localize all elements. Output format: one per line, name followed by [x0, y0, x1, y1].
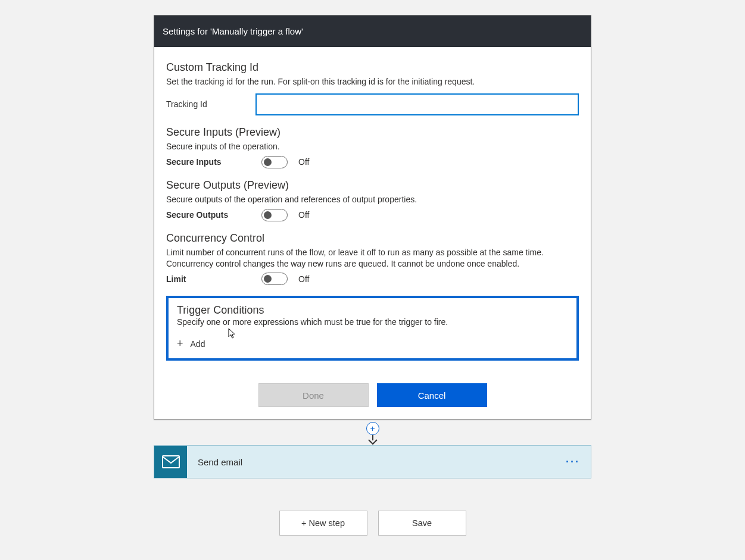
section-trigger-conditions: Trigger Conditions Specify one or more e…: [166, 296, 579, 361]
concurrency-limit-label: Limit: [166, 274, 261, 284]
settings-panel: Settings for 'Manually trigger a flow' C…: [154, 15, 591, 420]
section-secure-inputs: Secure Inputs (Preview) Secure inputs of…: [166, 126, 579, 168]
section-secure-outputs: Secure Outputs (Preview) Secure outputs …: [166, 179, 579, 221]
concurrency-limit-state: Off: [298, 274, 309, 284]
section-desc: Specify one or more expressions which mu…: [177, 317, 568, 328]
section-desc: Limit number of concurrent runs of the f…: [166, 247, 579, 270]
secure-outputs-state: Off: [298, 210, 309, 220]
section-title: Trigger Conditions: [177, 304, 568, 317]
flow-footer-buttons: + New step Save: [279, 511, 466, 536]
svg-rect-1: [163, 456, 179, 468]
add-label: Add: [191, 339, 205, 349]
tracking-id-label: Tracking Id: [166, 99, 220, 109]
section-title: Secure Inputs (Preview): [166, 126, 579, 139]
section-title: Concurrency Control: [166, 232, 579, 245]
cancel-button[interactable]: Cancel: [377, 383, 487, 407]
add-trigger-condition-button[interactable]: + Add: [177, 337, 568, 350]
section-title: Secure Outputs (Preview): [166, 179, 579, 192]
arrow-down-icon: [366, 434, 379, 445]
concurrency-limit-toggle[interactable]: [261, 273, 288, 285]
done-button[interactable]: Done: [258, 383, 369, 407]
settings-footer: Done Cancel: [154, 367, 591, 419]
secure-outputs-toggle[interactable]: [261, 209, 288, 221]
section-custom-tracking-id: Custom Tracking Id Set the tracking id f…: [166, 61, 579, 115]
secure-inputs-toggle[interactable]: [261, 156, 288, 168]
settings-title: Settings for 'Manually trigger a flow': [163, 26, 303, 36]
action-send-email[interactable]: Send email ···: [154, 445, 591, 478]
action-menu-button[interactable]: ···: [566, 456, 580, 468]
section-concurrency: Concurrency Control Limit number of conc…: [166, 232, 579, 286]
tracking-id-input[interactable]: [255, 93, 579, 115]
plus-icon: +: [177, 337, 183, 350]
section-desc: Secure inputs of the operation.: [166, 141, 579, 152]
section-desc: Set the tracking id for the run. For spl…: [166, 76, 579, 87]
secure-inputs-label: Secure Inputs: [166, 157, 261, 167]
section-desc: Secure outputs of the operation and refe…: [166, 194, 579, 205]
action-title: Send email: [198, 457, 242, 467]
save-button[interactable]: Save: [378, 511, 466, 536]
secure-outputs-label: Secure Outputs: [166, 210, 261, 220]
mail-icon: [154, 446, 187, 478]
section-title: Custom Tracking Id: [166, 61, 579, 74]
secure-inputs-state: Off: [298, 157, 309, 167]
new-step-button[interactable]: + New step: [279, 511, 367, 536]
add-step-inline-button[interactable]: +: [366, 422, 379, 435]
settings-header: Settings for 'Manually trigger a flow': [154, 15, 591, 47]
flow-connector: +: [366, 422, 379, 445]
